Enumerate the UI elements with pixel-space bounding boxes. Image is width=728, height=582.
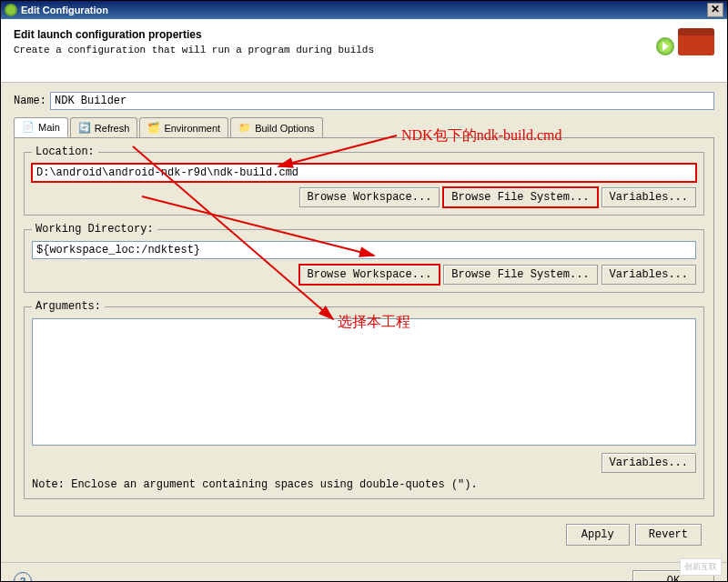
folder-icon: 📁 bbox=[238, 122, 251, 135]
arguments-input[interactable] bbox=[32, 318, 696, 446]
header-area: Edit launch configuration properties Cre… bbox=[1, 19, 727, 83]
location-fieldset: Location: Browse Workspace... Browse Fil… bbox=[24, 146, 704, 216]
name-input[interactable] bbox=[50, 92, 714, 110]
document-icon: 📄 bbox=[22, 121, 35, 134]
workingdir-browse-filesystem-button[interactable]: Browse File System... bbox=[443, 265, 597, 285]
content-area: Name: 📄 Main 🔄 Refresh 🗂️ Environment 📁 … bbox=[1, 83, 727, 562]
arguments-fieldset: Arguments: Variables... Note: Enclose an… bbox=[24, 300, 704, 499]
main-tab-panel: Location: Browse Workspace... Browse Fil… bbox=[14, 137, 714, 517]
environment-icon: 🗂️ bbox=[147, 122, 160, 135]
name-label: Name: bbox=[14, 95, 46, 107]
working-dir-fieldset: Working Directory: Browse Workspace... B… bbox=[24, 223, 704, 293]
working-dir-input[interactable] bbox=[32, 241, 696, 259]
tab-build-options-label: Build Options bbox=[255, 123, 314, 134]
arguments-legend: Arguments: bbox=[32, 300, 105, 313]
header-title: Edit launch configuration properties bbox=[14, 28, 374, 41]
help-button[interactable]: ? bbox=[14, 572, 32, 582]
tab-bar: 📄 Main 🔄 Refresh 🗂️ Environment 📁 Build … bbox=[14, 117, 714, 137]
working-dir-legend: Working Directory: bbox=[32, 223, 157, 236]
header-subtitle: Create a configuration that will run a p… bbox=[14, 45, 374, 55]
run-icon bbox=[656, 37, 674, 55]
apply-button[interactable]: Apply bbox=[566, 524, 630, 546]
location-browse-workspace-button[interactable]: Browse Workspace... bbox=[299, 187, 440, 207]
tab-refresh-label: Refresh bbox=[95, 123, 130, 134]
dialog-window: Edit Configuration ✕ Edit launch configu… bbox=[0, 0, 728, 582]
titlebar: Edit Configuration ✕ bbox=[1, 1, 727, 19]
workingdir-browse-workspace-button[interactable]: Browse Workspace... bbox=[299, 265, 440, 285]
refresh-icon: 🔄 bbox=[78, 122, 91, 135]
footer: ? OK bbox=[1, 562, 727, 582]
tab-main[interactable]: 📄 Main bbox=[14, 117, 68, 137]
location-legend: Location: bbox=[32, 146, 98, 158]
tab-environment[interactable]: 🗂️ Environment bbox=[139, 117, 228, 137]
toolbox-icon bbox=[678, 28, 714, 55]
watermark: 创新互联 bbox=[680, 558, 722, 576]
revert-button[interactable]: Revert bbox=[635, 524, 702, 546]
tab-build-options[interactable]: 📁 Build Options bbox=[230, 117, 322, 137]
location-variables-button[interactable]: Variables... bbox=[602, 187, 696, 207]
location-browse-filesystem-button[interactable]: Browse File System... bbox=[443, 187, 597, 207]
arguments-variables-button[interactable]: Variables... bbox=[602, 453, 696, 473]
close-button[interactable]: ✕ bbox=[707, 3, 723, 17]
window-title: Edit Configuration bbox=[21, 5, 108, 15]
tab-environment-label: Environment bbox=[164, 123, 220, 134]
tab-main-label: Main bbox=[38, 122, 60, 133]
tab-refresh[interactable]: 🔄 Refresh bbox=[70, 117, 138, 137]
arguments-note: Note: Enclose an argument containing spa… bbox=[32, 478, 696, 491]
app-icon bbox=[5, 4, 17, 16]
workingdir-variables-button[interactable]: Variables... bbox=[602, 265, 696, 285]
location-input[interactable] bbox=[32, 164, 696, 182]
